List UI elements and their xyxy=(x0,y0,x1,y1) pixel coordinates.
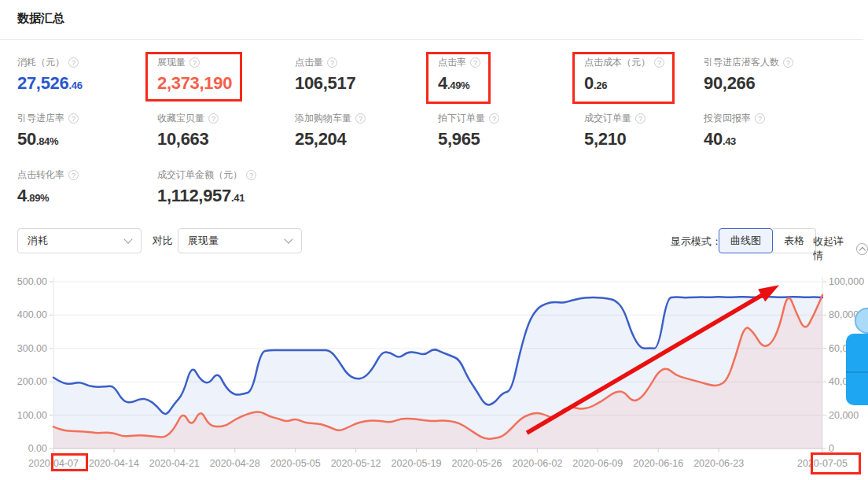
page-title: 数据汇总 xyxy=(17,11,64,26)
help-icon[interactable]: ? xyxy=(654,57,664,68)
metric-label: 添加购物车量 xyxy=(295,112,351,125)
help-icon[interactable]: ? xyxy=(68,170,79,180)
metric-value: 2,373,190 xyxy=(157,73,232,94)
metric-label: 展现量 xyxy=(157,56,186,69)
right-axis-tick: 20,000 xyxy=(829,410,859,421)
metric-card: 消耗（元）?27,526.46 xyxy=(17,57,83,96)
trend-arrow-line xyxy=(527,293,766,433)
x-axis-tick: 2020-05-26 xyxy=(451,458,502,469)
help-icon[interactable]: ? xyxy=(470,57,480,68)
customer-service-mascot-icon[interactable] xyxy=(855,308,868,334)
left-axis-tick: 0.00 xyxy=(28,443,47,454)
chevron-down-icon xyxy=(284,234,292,243)
metric-card: 引导进店率?50.84% xyxy=(17,113,79,152)
metric-label: 点击成本（元） xyxy=(584,56,650,69)
mode-curve-button[interactable]: 曲线图 xyxy=(719,228,773,253)
metric-label: 点击转化率 xyxy=(17,168,64,182)
data-summary-panel: 数据汇总 0.00100.00200.00300.00400.00500.000… xyxy=(0,0,868,480)
metric-label: 点击量 xyxy=(295,56,323,69)
collapse-details-label: 收起详情 xyxy=(813,234,852,263)
right-axis-tick: 100,000 xyxy=(829,276,864,287)
x-axis-tick: 2020-06-09 xyxy=(572,458,623,469)
chevron-up-circle-icon xyxy=(856,243,868,255)
help-icon[interactable]: ? xyxy=(489,113,499,124)
help-icon[interactable]: ? xyxy=(783,57,793,68)
x-axis-tick: 2020-05-12 xyxy=(331,458,381,469)
header-divider xyxy=(0,39,863,40)
compare-label: 对比 xyxy=(153,234,173,247)
help-icon[interactable]: ? xyxy=(327,57,337,68)
x-axis-tick: 2020-07-05 xyxy=(797,458,848,469)
highlight-box-end-date xyxy=(811,452,861,474)
customer-service-widget[interactable] xyxy=(846,334,868,405)
metric-label: 收藏宝贝量 xyxy=(157,112,204,125)
mode-table-button[interactable]: 表格 xyxy=(773,228,816,253)
x-axis-tick: 2020-04-21 xyxy=(149,458,200,469)
metric-label: 消耗（元） xyxy=(17,56,64,69)
x-axis-tick: 2020-04-28 xyxy=(210,458,260,469)
right-axis-tick: 0 xyxy=(829,443,834,454)
metric-value: 25,204 xyxy=(295,129,366,150)
metric-value: 27,526.46 xyxy=(17,73,83,96)
series-line-right xyxy=(53,295,822,439)
metric-card: 点击量?106,517 xyxy=(295,57,355,94)
x-axis-tick: 2020-04-07 xyxy=(28,458,79,469)
metric-card: 收藏宝贝量?10,663 xyxy=(157,113,219,150)
metric-card: 成交订单量?5,210 xyxy=(584,113,645,150)
help-icon[interactable]: ? xyxy=(208,113,219,124)
series-area-left xyxy=(53,297,822,449)
metric-label: 成交订单金额（元） xyxy=(157,168,242,182)
x-axis-tick: 2020-06-23 xyxy=(693,458,744,469)
x-axis-tick: 2020-04-14 xyxy=(89,458,139,469)
metric-card: 点击率?4.49% xyxy=(438,57,480,96)
metric-label: 拍下订单量 xyxy=(438,112,485,125)
metric-card: 拍下订单量?5,965 xyxy=(438,113,499,150)
compare-select[interactable]: 展现量 xyxy=(178,228,302,253)
x-axis-tick: 2020-06-16 xyxy=(633,458,683,469)
x-axis-tick: 2020-05-05 xyxy=(270,458,321,469)
left-axis-tick: 400.00 xyxy=(17,309,47,320)
help-icon[interactable]: ? xyxy=(189,57,200,68)
help-icon[interactable]: ? xyxy=(68,113,79,124)
metric-value: 90,266 xyxy=(704,73,793,94)
display-mode-switch: 曲线图 表格 xyxy=(719,228,816,253)
help-icon[interactable]: ? xyxy=(635,113,645,124)
metric-card: 点击成本（元）?0.26 xyxy=(584,57,664,96)
metric-card: 投资回报率?40.43 xyxy=(704,113,765,152)
metric-label: 投资回报率 xyxy=(704,112,751,125)
metric-card: 展现量?2,373,190 xyxy=(157,57,232,94)
chevron-down-icon xyxy=(123,234,132,243)
metric-label: 引导进店潜客人数 xyxy=(704,56,779,69)
metric-value: 0.26 xyxy=(584,73,664,96)
metric-value: 5,210 xyxy=(584,129,645,150)
metric-select[interactable]: 消耗 xyxy=(17,228,142,253)
metric-value: 106,517 xyxy=(295,73,355,94)
x-axis-tick: 2020-06-02 xyxy=(512,458,562,469)
metric-select-value: 消耗 xyxy=(28,234,48,248)
metric-value: 50.84% xyxy=(17,129,79,152)
help-icon[interactable]: ? xyxy=(755,113,765,124)
help-icon[interactable]: ? xyxy=(246,170,256,180)
help-icon[interactable]: ? xyxy=(355,113,366,124)
x-axis-tick: 2020-05-19 xyxy=(392,458,442,469)
left-axis-tick: 200.00 xyxy=(17,376,47,387)
trend-arrow-head xyxy=(758,285,779,301)
metric-card: 引导进店潜客人数?90,266 xyxy=(704,57,793,94)
metric-value: 4.49% xyxy=(438,73,480,96)
metric-value: 10,663 xyxy=(157,129,219,150)
help-icon[interactable]: ? xyxy=(68,57,79,68)
series-line-left xyxy=(53,297,822,414)
metric-label: 点击率 xyxy=(438,56,466,69)
metric-card: 添加购物车量?25,204 xyxy=(295,113,366,150)
left-axis-tick: 500.00 xyxy=(17,276,47,287)
metric-label: 引导进店率 xyxy=(17,112,64,125)
metric-value: 4.89% xyxy=(17,186,79,209)
left-axis-tick: 300.00 xyxy=(17,343,47,354)
left-axis-tick: 100.00 xyxy=(17,410,47,421)
metric-card: 点击转化率?4.89% xyxy=(17,169,79,209)
metric-value: 40.43 xyxy=(704,129,765,152)
collapse-details-link[interactable]: 收起详情 xyxy=(813,234,868,263)
display-mode-label: 显示模式： xyxy=(671,235,722,248)
highlight-box-start-date xyxy=(51,453,88,471)
metric-value: 1,112,957.41 xyxy=(157,186,256,209)
